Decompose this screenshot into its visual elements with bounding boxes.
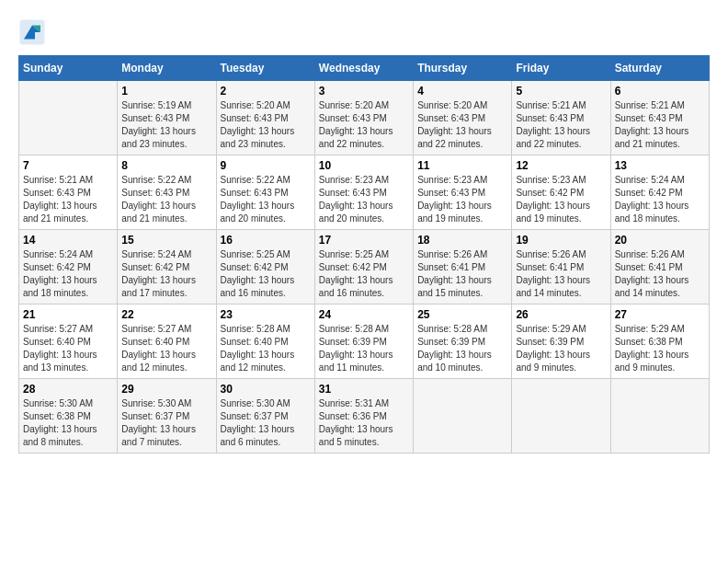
day-cell: 5Sunrise: 5:21 AM Sunset: 6:43 PM Daylig…: [512, 81, 610, 155]
day-info: Sunrise: 5:21 AM Sunset: 6:43 PM Dayligh…: [615, 99, 705, 151]
day-cell: 4Sunrise: 5:20 AM Sunset: 6:43 PM Daylig…: [414, 81, 512, 155]
week-row-4: 21Sunrise: 5:27 AM Sunset: 6:40 PM Dayli…: [19, 304, 710, 379]
day-cell: 2Sunrise: 5:20 AM Sunset: 6:43 PM Daylig…: [216, 81, 314, 155]
day-cell: 24Sunrise: 5:28 AM Sunset: 6:39 PM Dayli…: [314, 304, 413, 379]
day-number: 12: [516, 159, 606, 172]
day-info: Sunrise: 5:23 AM Sunset: 6:43 PM Dayligh…: [319, 174, 409, 225]
day-info: Sunrise: 5:29 AM Sunset: 6:39 PM Dayligh…: [516, 323, 606, 374]
week-row-1: 1Sunrise: 5:19 AM Sunset: 6:43 PM Daylig…: [19, 81, 710, 155]
day-number: 2: [221, 85, 311, 98]
day-info: Sunrise: 5:26 AM Sunset: 6:41 PM Dayligh…: [417, 248, 507, 300]
day-info: Sunrise: 5:27 AM Sunset: 6:40 PM Dayligh…: [121, 323, 211, 374]
day-cell: 29Sunrise: 5:30 AM Sunset: 6:37 PM Dayli…: [118, 379, 216, 454]
day-number: 10: [319, 159, 409, 172]
page-header: [18, 18, 710, 46]
day-info: Sunrise: 5:22 AM Sunset: 6:43 PM Dayligh…: [221, 174, 311, 225]
header-cell-monday: Monday: [118, 56, 216, 81]
day-info: Sunrise: 5:24 AM Sunset: 6:42 PM Dayligh…: [615, 174, 705, 225]
day-cell: 17Sunrise: 5:25 AM Sunset: 6:42 PM Dayli…: [314, 230, 413, 304]
day-number: 18: [417, 234, 507, 247]
day-cell: 14Sunrise: 5:24 AM Sunset: 6:42 PM Dayli…: [19, 230, 118, 304]
day-info: Sunrise: 5:20 AM Sunset: 6:43 PM Dayligh…: [417, 99, 507, 151]
day-cell: 21Sunrise: 5:27 AM Sunset: 6:40 PM Dayli…: [19, 304, 118, 379]
day-info: Sunrise: 5:30 AM Sunset: 6:38 PM Dayligh…: [23, 397, 113, 449]
day-number: 11: [417, 159, 507, 172]
logo-icon: [18, 18, 46, 46]
day-number: 1: [121, 85, 211, 98]
day-cell: 1Sunrise: 5:19 AM Sunset: 6:43 PM Daylig…: [118, 81, 216, 155]
day-number: 14: [23, 234, 113, 247]
day-cell: 25Sunrise: 5:28 AM Sunset: 6:39 PM Dayli…: [414, 304, 512, 379]
day-cell: 15Sunrise: 5:24 AM Sunset: 6:42 PM Dayli…: [118, 230, 216, 304]
day-info: Sunrise: 5:28 AM Sunset: 6:39 PM Dayligh…: [417, 323, 507, 374]
day-number: 25: [417, 308, 507, 321]
day-cell: 7Sunrise: 5:21 AM Sunset: 6:43 PM Daylig…: [19, 155, 118, 230]
header-cell-saturday: Saturday: [610, 56, 709, 81]
day-number: 9: [221, 159, 311, 172]
calendar-header: SundayMondayTuesdayWednesdayThursdayFrid…: [19, 56, 710, 81]
day-info: Sunrise: 5:26 AM Sunset: 6:41 PM Dayligh…: [615, 248, 705, 300]
day-info: Sunrise: 5:24 AM Sunset: 6:42 PM Dayligh…: [121, 248, 211, 300]
day-cell: 9Sunrise: 5:22 AM Sunset: 6:43 PM Daylig…: [216, 155, 314, 230]
day-cell: 22Sunrise: 5:27 AM Sunset: 6:40 PM Dayli…: [118, 304, 216, 379]
logo: [18, 18, 50, 46]
day-number: 8: [121, 159, 211, 172]
day-cell: [512, 379, 610, 454]
day-number: 5: [516, 85, 606, 98]
day-number: 15: [121, 234, 211, 247]
day-cell: 28Sunrise: 5:30 AM Sunset: 6:38 PM Dayli…: [19, 379, 118, 454]
day-number: 16: [221, 234, 311, 247]
day-info: Sunrise: 5:26 AM Sunset: 6:41 PM Dayligh…: [516, 248, 606, 300]
day-info: Sunrise: 5:25 AM Sunset: 6:42 PM Dayligh…: [221, 248, 311, 300]
day-info: Sunrise: 5:22 AM Sunset: 6:43 PM Dayligh…: [121, 174, 211, 225]
week-row-2: 7Sunrise: 5:21 AM Sunset: 6:43 PM Daylig…: [19, 155, 710, 230]
header-cell-friday: Friday: [512, 56, 610, 81]
day-info: Sunrise: 5:29 AM Sunset: 6:38 PM Dayligh…: [615, 323, 705, 374]
day-cell: 13Sunrise: 5:24 AM Sunset: 6:42 PM Dayli…: [610, 155, 709, 230]
day-number: 7: [23, 159, 113, 172]
day-cell: [610, 379, 709, 454]
day-number: 4: [417, 85, 507, 98]
header-cell-sunday: Sunday: [19, 56, 118, 81]
day-info: Sunrise: 5:27 AM Sunset: 6:40 PM Dayligh…: [23, 323, 113, 374]
header-cell-wednesday: Wednesday: [314, 56, 413, 81]
header-row: SundayMondayTuesdayWednesdayThursdayFrid…: [19, 56, 710, 81]
day-number: 17: [319, 234, 409, 247]
day-cell: 3Sunrise: 5:20 AM Sunset: 6:43 PM Daylig…: [314, 81, 413, 155]
day-number: 22: [121, 308, 211, 321]
day-cell: 30Sunrise: 5:30 AM Sunset: 6:37 PM Dayli…: [216, 379, 314, 454]
day-cell: 10Sunrise: 5:23 AM Sunset: 6:43 PM Dayli…: [314, 155, 413, 230]
day-cell: [414, 379, 512, 454]
day-info: Sunrise: 5:20 AM Sunset: 6:43 PM Dayligh…: [319, 99, 409, 151]
day-info: Sunrise: 5:20 AM Sunset: 6:43 PM Dayligh…: [221, 99, 311, 151]
day-number: 27: [615, 308, 705, 321]
day-info: Sunrise: 5:24 AM Sunset: 6:42 PM Dayligh…: [23, 248, 113, 300]
day-info: Sunrise: 5:30 AM Sunset: 6:37 PM Dayligh…: [221, 397, 311, 449]
day-cell: 27Sunrise: 5:29 AM Sunset: 6:38 PM Dayli…: [610, 304, 709, 379]
day-cell: 19Sunrise: 5:26 AM Sunset: 6:41 PM Dayli…: [512, 230, 610, 304]
day-info: Sunrise: 5:21 AM Sunset: 6:43 PM Dayligh…: [516, 99, 606, 151]
day-number: 29: [121, 383, 211, 396]
header-cell-tuesday: Tuesday: [216, 56, 314, 81]
day-info: Sunrise: 5:19 AM Sunset: 6:43 PM Dayligh…: [121, 99, 211, 151]
day-number: 6: [615, 85, 705, 98]
day-info: Sunrise: 5:21 AM Sunset: 6:43 PM Dayligh…: [23, 174, 113, 225]
day-number: 28: [23, 383, 113, 396]
day-number: 21: [23, 308, 113, 321]
day-cell: 12Sunrise: 5:23 AM Sunset: 6:42 PM Dayli…: [512, 155, 610, 230]
day-number: 30: [221, 383, 311, 396]
day-cell: 26Sunrise: 5:29 AM Sunset: 6:39 PM Dayli…: [512, 304, 610, 379]
day-info: Sunrise: 5:23 AM Sunset: 6:42 PM Dayligh…: [516, 174, 606, 225]
day-cell: 6Sunrise: 5:21 AM Sunset: 6:43 PM Daylig…: [610, 81, 709, 155]
day-cell: 16Sunrise: 5:25 AM Sunset: 6:42 PM Dayli…: [216, 230, 314, 304]
day-cell: 8Sunrise: 5:22 AM Sunset: 6:43 PM Daylig…: [118, 155, 216, 230]
day-cell: [19, 81, 118, 155]
day-number: 26: [516, 308, 606, 321]
day-number: 20: [615, 234, 705, 247]
day-info: Sunrise: 5:23 AM Sunset: 6:43 PM Dayligh…: [417, 174, 507, 225]
calendar-body: 1Sunrise: 5:19 AM Sunset: 6:43 PM Daylig…: [19, 81, 710, 454]
day-cell: 23Sunrise: 5:28 AM Sunset: 6:40 PM Dayli…: [216, 304, 314, 379]
day-info: Sunrise: 5:28 AM Sunset: 6:40 PM Dayligh…: [221, 323, 311, 374]
week-row-5: 28Sunrise: 5:30 AM Sunset: 6:38 PM Dayli…: [19, 379, 710, 454]
week-row-3: 14Sunrise: 5:24 AM Sunset: 6:42 PM Dayli…: [19, 230, 710, 304]
